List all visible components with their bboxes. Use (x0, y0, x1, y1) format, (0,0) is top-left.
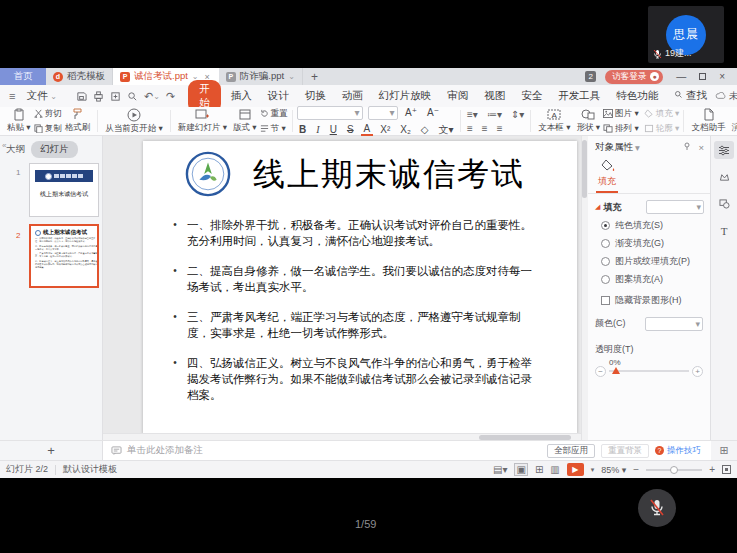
fill-style-dropdown[interactable]: ▾ (646, 200, 704, 214)
transparency-slider[interactable]: 0% (609, 370, 689, 372)
tab-docer-template[interactable]: d 稻壳模板 (46, 68, 113, 85)
option-gradient-fill[interactable]: 渐变填充(G) (588, 234, 710, 252)
tab-document-other[interactable]: P 防诈骗.ppt ⌄ (219, 68, 303, 85)
slideshow-play-button[interactable]: ▶ (567, 463, 584, 476)
panel-tab-fill[interactable]: 填充 (596, 173, 618, 193)
apply-all-button[interactable]: 全部应用 (547, 444, 595, 458)
shapes-button[interactable]: 形状 ▾ (573, 107, 603, 135)
presentation-tools-button[interactable]: 演示工具 ▾ (728, 107, 737, 135)
docer-resources-icon[interactable] (714, 168, 734, 186)
normal-view-icon[interactable]: ▣ (514, 463, 527, 476)
menu-review[interactable]: 审阅 (439, 87, 476, 105)
slide-thumbnail-2-selected[interactable]: 线上期末诚信考试 一、排除外界干扰，积极备考。正确认识考试对评价自己的重要性。充… (29, 224, 99, 288)
transparency-decrease-button[interactable]: − (595, 366, 606, 377)
shape-fill-button[interactable]: 填充 ▾ (644, 108, 680, 120)
new-slide-button[interactable]: 新建幻灯片 ▾ (175, 107, 230, 135)
notes-bar[interactable]: 单击此处添加备注 (103, 441, 547, 460)
pane-grid-icon[interactable]: ⊞ (711, 441, 737, 460)
text-tool-button[interactable]: 文▾ (436, 123, 456, 137)
save-icon[interactable] (73, 91, 90, 102)
zoom-out-icon[interactable]: − (633, 464, 639, 475)
increase-font-icon[interactable]: A⁺ (403, 107, 420, 118)
new-tab-button[interactable]: + (303, 68, 326, 85)
transparency-increase-button[interactable]: + (692, 366, 703, 377)
guest-login-button[interactable]: 访客登录 ● (605, 70, 663, 84)
paste-button[interactable]: 粘贴 ▾ (4, 107, 34, 135)
clear-format-button[interactable]: ◇ (418, 124, 431, 135)
slide-title[interactable]: 线上期末诚信考试 (253, 153, 525, 197)
play-options-caret[interactable]: ▾ (591, 466, 595, 474)
vertical-scrollbar[interactable] (581, 136, 588, 440)
play-from-current-button[interactable]: 从当前页开始 ▾ (102, 107, 166, 136)
pin-icon[interactable] (683, 142, 691, 153)
microphone-mute-button[interactable] (638, 489, 676, 527)
tab-outline[interactable]: 大纲 (6, 143, 25, 156)
close-button[interactable]: × (719, 71, 725, 82)
subscript-button[interactable]: X₂ (398, 124, 414, 135)
doc-assistant-button[interactable]: 文档助手 (688, 107, 728, 135)
section-expand-icon[interactable]: ◢ (595, 203, 600, 211)
menu-file[interactable]: 文件 ⌄ (18, 87, 65, 105)
strikethrough-button[interactable]: S (344, 124, 356, 135)
menu-transition[interactable]: 切换 (297, 87, 334, 105)
tab-slides[interactable]: 幻灯片 (31, 141, 78, 158)
option-pattern-fill[interactable]: 图案填充(A) (588, 270, 710, 288)
superscript-button[interactable]: X² (378, 124, 393, 135)
sync-status-button[interactable]: 未同步 (715, 90, 737, 103)
menu-animation[interactable]: 动画 (334, 87, 371, 105)
collapse-panel-icon[interactable]: « (2, 141, 6, 150)
section-button[interactable]: 节 ▾ (260, 123, 288, 135)
slide-body[interactable]: 一、排除外界干扰，积极备考。正确认识考试对评价自己的重要性。充分利用时间，认真复… (173, 217, 533, 403)
slide-sorter-icon[interactable]: ⊞ (535, 464, 543, 475)
option-solid-fill[interactable]: 纯色填充(S) (588, 216, 710, 234)
design-template-label[interactable]: 默认设计模板 (63, 463, 117, 476)
tips-link[interactable]: ? 操作技巧 (655, 445, 701, 457)
panel-title-caret[interactable]: ▾ (635, 142, 640, 153)
shapes-pane-icon[interactable] (714, 195, 734, 213)
menu-devtools[interactable]: 开发工具 (550, 87, 608, 105)
menu-view[interactable]: 视图 (476, 87, 513, 105)
zoom-slider[interactable] (646, 469, 702, 471)
zoom-slider-thumb[interactable] (670, 466, 678, 474)
align-right-icon[interactable]: ≡ (495, 123, 505, 134)
reset-background-button[interactable]: 重置背景 (601, 444, 649, 458)
zoom-level[interactable]: 85% ▾ (601, 465, 626, 475)
underline-button[interactable]: U (327, 124, 339, 135)
copy-button[interactable]: 复制 (34, 123, 62, 135)
slide-thumbnail-1[interactable]: 线上期末诚信考试 (29, 163, 99, 217)
bold-button[interactable]: B (297, 124, 309, 135)
font-size-input[interactable]: ▾ (368, 106, 398, 120)
menu-design[interactable]: 设计 (260, 87, 297, 105)
bullets-button[interactable]: ≡▾ (465, 109, 480, 120)
export-icon[interactable] (107, 91, 124, 102)
horizontal-scrollbar[interactable] (103, 433, 581, 440)
slide-layout-button[interactable]: 版式 ▾ (230, 107, 260, 135)
menu-insert[interactable]: 插入 (223, 87, 260, 105)
preview-icon[interactable] (124, 91, 141, 102)
add-slide-button[interactable]: + (47, 443, 55, 458)
slide-editor[interactable]: 线上期末诚信考试 一、排除外界干扰，积极备考。正确认识考试对评价自己的重要性。充… (143, 141, 577, 434)
redo-icon[interactable]: ↷ (163, 90, 178, 103)
reset-button[interactable]: 重置 (260, 108, 288, 120)
decrease-font-icon[interactable]: A⁻ (425, 107, 442, 118)
undo-icon[interactable]: ↶⌄ (141, 90, 163, 103)
align-center-icon[interactable]: ≡ (480, 123, 490, 134)
cut-button[interactable]: 剪切 (34, 108, 62, 120)
color-dropdown[interactable]: ▾ (645, 317, 703, 331)
menu-features[interactable]: 特色功能 (608, 87, 666, 105)
arrange-button[interactable]: 排列 ▾ (603, 123, 639, 135)
restore-button[interactable] (699, 73, 706, 80)
reading-view-icon[interactable]: ▥ (550, 464, 559, 475)
option-texture-fill[interactable]: 图片或纹理填充(P) (588, 252, 710, 270)
participant-video-tile[interactable]: 思晨 19建... (648, 6, 724, 63)
close-panel-icon[interactable]: × (698, 142, 704, 153)
minimize-button[interactable]: — (676, 71, 686, 82)
font-family-input[interactable]: ▾ (297, 106, 363, 120)
format-painter-button[interactable]: 格式刷 (62, 107, 94, 135)
option-hide-background[interactable]: 隐藏背景图形(H) (588, 288, 710, 310)
menu-find[interactable]: 查找 (666, 87, 715, 105)
menu-security[interactable]: 安全 (513, 87, 550, 105)
app-menu-icon[interactable]: ≡ (6, 90, 18, 102)
line-spacing-button[interactable]: ⇕▾ (509, 109, 526, 120)
notification-badge[interactable]: 2 (585, 71, 596, 82)
